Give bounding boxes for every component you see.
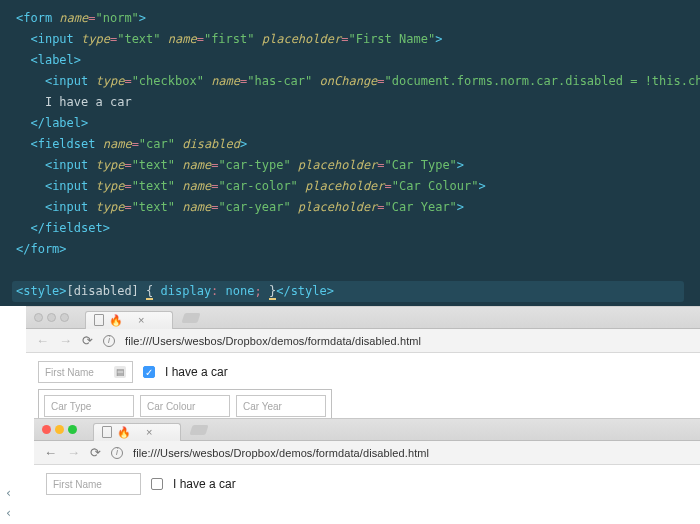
car-colour-input[interactable]: Car Colour	[140, 395, 230, 417]
browser-address-bar: ← → ⟳ i file:///Users/wesbos/Dropbox/dem…	[34, 441, 700, 465]
reload-button[interactable]: ⟳	[82, 333, 93, 348]
new-tab-button[interactable]	[190, 425, 209, 435]
first-name-input[interactable]: First Name ▤	[38, 361, 133, 383]
has-car-label: I have a car	[173, 477, 236, 491]
code-line: </fieldset>	[16, 218, 684, 239]
placeholder-text: Car Type	[51, 401, 91, 412]
browser-tab[interactable]: 🔥 ×	[85, 311, 173, 329]
tab-favicon: 🔥	[109, 314, 123, 327]
window-traffic-lights[interactable]	[42, 425, 77, 434]
site-info-icon[interactable]: i	[111, 447, 123, 459]
browser-windows-region: ‹ ‹ 🔥 × ← → ⟳ i file:///Users/wesbos/Dro…	[0, 306, 700, 524]
tab-close-icon[interactable]: ×	[146, 426, 152, 438]
placeholder-text: First Name	[53, 479, 102, 490]
browser-window-checked: 🔥 × ← → ⟳ i file:///Users/wesbos/Dropbox…	[26, 306, 700, 431]
placeholder-text: First Name	[45, 367, 94, 378]
browser-tabbar: 🔥 ×	[34, 419, 700, 441]
car-year-input[interactable]: Car Year	[236, 395, 326, 417]
browser-viewport: First Name I have a car	[34, 465, 700, 509]
page-icon	[102, 426, 112, 438]
code-line: <label>	[16, 50, 684, 71]
zoom-window-icon[interactable]	[68, 425, 77, 434]
code-line: <fieldset name="car" disabled>	[16, 134, 684, 155]
code-line: <input type="text" name="car-color" plac…	[16, 176, 684, 197]
code-line: <input type="checkbox" name="has-car" on…	[16, 71, 684, 92]
code-line: <input type="text" name="car-type" place…	[16, 155, 684, 176]
has-car-checkbox[interactable]	[151, 478, 163, 490]
browser-window-unchecked: 🔥 × ← → ⟳ i file:///Users/wesbos/Dropbox…	[34, 418, 700, 509]
back-button[interactable]: ←	[44, 445, 57, 460]
url-text[interactable]: file:///Users/wesbos/Dropbox/demos/formd…	[125, 335, 421, 347]
browser-address-bar: ← → ⟳ i file:///Users/wesbos/Dropbox/dem…	[26, 329, 700, 353]
site-info-icon[interactable]: i	[103, 335, 115, 347]
code-line: <input type="text" name="car-year" place…	[16, 197, 684, 218]
close-window-icon[interactable]	[42, 425, 51, 434]
tab-favicon: 🔥	[117, 426, 131, 439]
code-line: <form name="norm">	[16, 8, 684, 29]
code-line: I have a car	[16, 92, 684, 113]
url-text[interactable]: file:///Users/wesbos/Dropbox/demos/formd…	[133, 447, 429, 459]
zoom-window-icon[interactable]	[60, 313, 69, 322]
code-line: </form>	[16, 239, 684, 260]
minimize-window-icon[interactable]	[55, 425, 64, 434]
has-car-checkbox[interactable]: ✓	[143, 366, 155, 378]
close-window-icon[interactable]	[34, 313, 43, 322]
gutter-caret-icon: ‹	[5, 486, 12, 500]
code-line	[16, 260, 684, 281]
forward-button[interactable]: →	[59, 333, 72, 348]
browser-tabbar: 🔥 ×	[26, 307, 700, 329]
first-name-input[interactable]: First Name	[46, 473, 141, 495]
has-car-label: I have a car	[165, 365, 228, 379]
car-type-input[interactable]: Car Type	[44, 395, 134, 417]
forward-button[interactable]: →	[67, 445, 80, 460]
placeholder-text: Car Year	[243, 401, 282, 412]
new-tab-button[interactable]	[182, 313, 201, 323]
browser-tab[interactable]: 🔥 ×	[93, 423, 181, 441]
tab-close-icon[interactable]: ×	[138, 314, 144, 326]
code-line: <input type="text" name="first" placehol…	[16, 29, 684, 50]
window-traffic-lights[interactable]	[34, 313, 69, 322]
code-line: </label>	[16, 113, 684, 134]
code-editor[interactable]: <form name="norm"> <input type="text" na…	[0, 0, 700, 306]
gutter-caret-icon: ‹	[5, 506, 12, 520]
page-icon	[94, 314, 104, 326]
minimize-window-icon[interactable]	[47, 313, 56, 322]
reload-button[interactable]: ⟳	[90, 445, 101, 460]
placeholder-text: Car Colour	[147, 401, 195, 412]
back-button[interactable]: ←	[36, 333, 49, 348]
autofill-icon[interactable]: ▤	[114, 366, 126, 378]
code-line-highlighted: <style>[disabled] { display: none; }</st…	[12, 281, 684, 302]
